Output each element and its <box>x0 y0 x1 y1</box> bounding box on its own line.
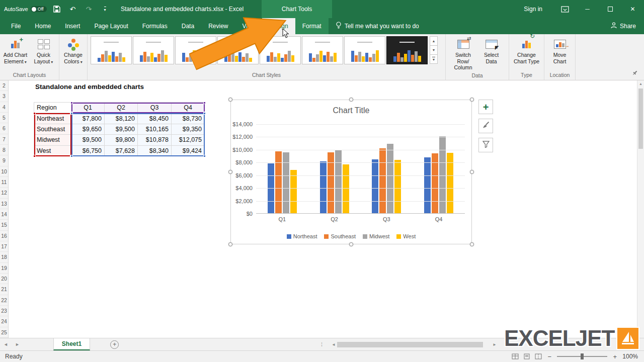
minimize-button[interactable]: ─ <box>576 0 599 18</box>
bar-west-q3[interactable] <box>394 160 401 213</box>
vertical-scrollbar[interactable]: ▲ <box>637 80 644 338</box>
legend-item-west[interactable]: West <box>396 233 416 239</box>
gallery-more-button[interactable]: ▼ <box>430 54 438 64</box>
zoom-in-button[interactable]: + <box>612 353 618 360</box>
cell-value[interactable]: $8,120 <box>105 113 138 124</box>
cell-value[interactable]: $8,730 <box>172 113 205 124</box>
bar-northeast-q3[interactable] <box>372 159 378 213</box>
collapse-ribbon-pin-icon[interactable] <box>632 69 638 78</box>
row-header-23[interactable]: 23 <box>0 306 8 316</box>
cell-region-northeast[interactable]: Northeast <box>34 113 71 124</box>
bar-west-q1[interactable] <box>290 170 297 213</box>
chart-style-thumb-6[interactable] <box>302 36 343 64</box>
chart-title[interactable]: Chart Title <box>231 106 471 115</box>
chart-style-thumb-1[interactable] <box>91 36 132 64</box>
row-header-25[interactable]: 25 <box>0 327 8 338</box>
chart-filters-button[interactable] <box>478 138 493 152</box>
normal-view-icon[interactable] <box>512 353 519 359</box>
chart-elements-button[interactable]: + <box>478 100 493 114</box>
change-chart-type-button[interactable]: ↻ ChangeChart Type <box>510 36 543 65</box>
ribbon-display-options-icon[interactable] <box>553 0 576 18</box>
tab-home[interactable]: Home <box>28 18 58 34</box>
horizontal-scrollbar[interactable]: ◄ ► <box>330 341 498 348</box>
cell-value[interactable]: $10,165 <box>138 124 172 135</box>
gallery-up-button[interactable]: ▲ <box>430 36 438 46</box>
row-header-19[interactable]: 19 <box>0 263 8 274</box>
bar-midwest-q2[interactable] <box>335 150 342 213</box>
cell-value[interactable]: $9,800 <box>105 135 138 145</box>
cell-region-midwest[interactable]: Midwest <box>34 135 71 145</box>
tab-file[interactable]: File <box>4 18 28 34</box>
row-header-16[interactable]: 16 <box>0 231 8 241</box>
scroll-left-icon[interactable]: ◄ <box>330 342 337 347</box>
tab-splitter-icon[interactable]: ⁞ <box>321 341 323 347</box>
cell-value[interactable]: $7,628 <box>105 146 138 156</box>
row-header-22[interactable]: 22 <box>0 295 8 306</box>
chart-handle[interactable] <box>349 242 353 246</box>
tab-formulas[interactable]: Formulas <box>135 18 175 34</box>
cell-header-region[interactable]: Region <box>34 103 71 113</box>
bar-midwest-q1[interactable] <box>283 152 289 213</box>
gallery-down-button[interactable]: ▼ <box>430 45 438 55</box>
worksheet[interactable]: 2345678910111213141516171819202122232425… <box>0 80 644 338</box>
sheet-tab-sheet1[interactable]: Sheet1 <box>53 338 90 350</box>
cell-header-q3[interactable]: Q3 <box>138 103 172 113</box>
cell-value[interactable]: $9,350 <box>172 124 205 135</box>
cell-value[interactable]: $6,750 <box>71 146 105 156</box>
bar-southeast-q1[interactable] <box>275 151 282 213</box>
row-header-13[interactable]: 13 <box>0 199 8 209</box>
bar-west-q2[interactable] <box>343 164 349 213</box>
chart-handle[interactable] <box>228 98 232 102</box>
bar-southeast-q3[interactable] <box>379 148 386 213</box>
zoom-slider-thumb[interactable] <box>581 353 584 359</box>
bar-northeast-q2[interactable] <box>320 161 327 213</box>
row-header-6[interactable]: 6 <box>0 123 8 134</box>
save-icon[interactable] <box>51 3 63 15</box>
chart-handle[interactable] <box>470 242 474 246</box>
vertical-scroll-thumb[interactable] <box>638 88 643 149</box>
cell-value[interactable]: $9,424 <box>172 146 205 156</box>
cell-header-q1[interactable]: Q1 <box>71 103 105 113</box>
undo-icon[interactable]: ↶ <box>67 3 79 15</box>
cell-header-q4[interactable]: Q4 <box>172 103 205 113</box>
row-header-11[interactable]: 11 <box>0 177 8 188</box>
bar-west-q4[interactable] <box>447 153 453 213</box>
tab-insert[interactable]: Insert <box>58 18 87 34</box>
add-chart-element-button[interactable]: + Add ChartElement ▾ <box>2 36 30 66</box>
chart-style-thumb-7[interactable] <box>344 36 385 64</box>
legend-item-southeast[interactable]: Southeast <box>324 233 356 239</box>
zoom-slider[interactable] <box>557 356 607 357</box>
row-header-14[interactable]: 14 <box>0 209 8 220</box>
row-header-2[interactable]: 2 <box>0 80 8 91</box>
row-header-21[interactable]: 21 <box>0 284 8 295</box>
zoom-level[interactable]: 100% <box>622 353 638 360</box>
page-break-view-icon[interactable] <box>535 353 542 359</box>
cell-region-southeast[interactable]: Southeast <box>34 124 71 135</box>
horizontal-scroll-thumb[interactable] <box>337 342 483 347</box>
tell-me-box[interactable]: Tell me what you want to do <box>336 18 419 34</box>
cell-value[interactable]: $12,075 <box>172 135 205 145</box>
tab-format[interactable]: Format <box>295 18 329 34</box>
select-data-button[interactable]: ◤ SelectData <box>477 36 506 65</box>
bar-midwest-q3[interactable] <box>387 144 393 213</box>
move-chart-button[interactable]: → MoveChart <box>546 36 574 65</box>
sheet-nav-left-icon[interactable]: ◄ <box>0 342 12 347</box>
chart-styles-button[interactable] <box>478 119 493 133</box>
switch-row-column-button[interactable]: ⇄ Switch Row/Column <box>449 36 477 72</box>
cell-value[interactable]: $8,340 <box>138 146 172 156</box>
redo-icon[interactable]: ↷ <box>83 3 95 15</box>
quick-layout-button[interactable]: QuickLayout ▾ <box>30 36 58 66</box>
autosave-toggle[interactable]: AutoSave Off <box>4 6 47 12</box>
row-header-5[interactable]: 5 <box>0 113 8 123</box>
page-layout-view-icon[interactable] <box>523 353 530 359</box>
row-header-12[interactable]: 12 <box>0 188 8 198</box>
scroll-up-icon[interactable]: ▲ <box>637 80 644 87</box>
chart-handle[interactable] <box>470 170 474 174</box>
row-header-15[interactable]: 15 <box>0 220 8 230</box>
bar-northeast-q4[interactable] <box>424 157 431 213</box>
bar-midwest-q4[interactable] <box>439 136 446 214</box>
chart-handle[interactable] <box>228 170 232 174</box>
cell-region-west[interactable]: West <box>34 146 71 156</box>
chart-style-thumb-8[interactable] <box>386 36 428 64</box>
legend-item-midwest[interactable]: Midwest <box>363 233 389 239</box>
